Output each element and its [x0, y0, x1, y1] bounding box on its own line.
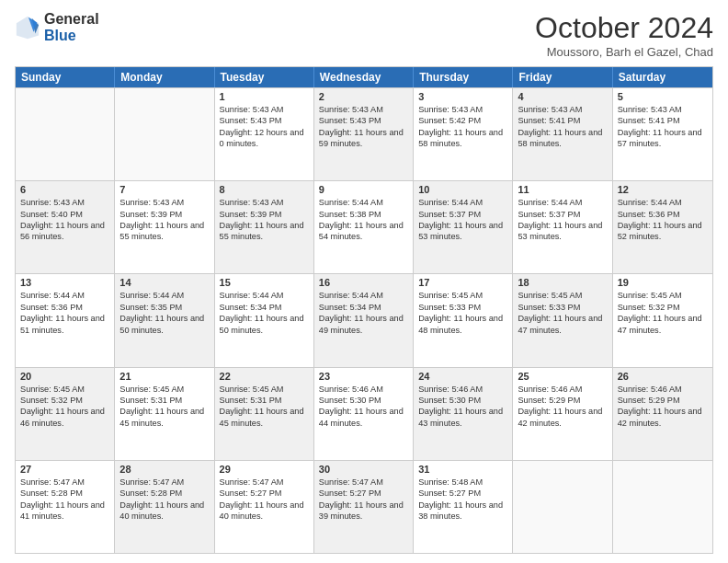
logo-text: General Blue: [44, 11, 99, 43]
day-number: 8: [220, 184, 309, 195]
calendar-row-2: 6Sunrise: 5:43 AMSunset: 5:40 PMDaylight…: [16, 180, 712, 273]
sunrise-text: Sunrise: 5:45 AM: [418, 290, 507, 301]
sunset-text: Sunset: 5:38 PM: [319, 209, 408, 220]
daylight-text: Daylight: 11 hours and 47 minutes.: [618, 313, 708, 336]
day-number: 1: [220, 91, 309, 102]
calendar-cell: 18Sunrise: 5:45 AMSunset: 5:33 PMDayligh…: [513, 274, 612, 366]
calendar-cell: 1Sunrise: 5:43 AMSunset: 5:43 PMDaylight…: [215, 88, 314, 180]
sunset-text: Sunset: 5:40 PM: [20, 209, 109, 220]
daylight-text: Daylight: 11 hours and 41 minutes.: [20, 500, 109, 523]
daylight-text: Daylight: 11 hours and 53 minutes.: [518, 220, 607, 243]
calendar-body: 1Sunrise: 5:43 AMSunset: 5:43 PMDaylight…: [16, 87, 712, 553]
daylight-text: Daylight: 11 hours and 54 minutes.: [319, 220, 408, 243]
sunrise-text: Sunrise: 5:46 AM: [618, 384, 708, 395]
sunrise-text: Sunrise: 5:45 AM: [119, 384, 209, 395]
calendar-cell: 7Sunrise: 5:43 AMSunset: 5:39 PMDaylight…: [115, 181, 214, 273]
daylight-text: Daylight: 11 hours and 55 minutes.: [220, 220, 309, 243]
sunset-text: Sunset: 5:39 PM: [119, 209, 209, 220]
daylight-text: Daylight: 11 hours and 39 minutes.: [319, 500, 408, 523]
day-number: 28: [119, 464, 209, 475]
sunset-text: Sunset: 5:27 PM: [220, 488, 309, 499]
header: General Blue October 2024 Moussoro, Barh…: [15, 11, 713, 59]
sunset-text: Sunset: 5:36 PM: [618, 209, 708, 220]
sunrise-text: Sunrise: 5:43 AM: [618, 104, 708, 115]
sunrise-text: Sunrise: 5:47 AM: [20, 477, 109, 488]
sunrise-text: Sunrise: 5:45 AM: [20, 384, 109, 395]
daylight-text: Daylight: 11 hours and 47 minutes.: [518, 313, 607, 336]
daylight-text: Daylight: 11 hours and 59 minutes.: [319, 127, 408, 150]
sunset-text: Sunset: 5:27 PM: [418, 488, 507, 499]
sunrise-text: Sunrise: 5:43 AM: [418, 104, 507, 115]
daylight-text: Daylight: 11 hours and 40 minutes.: [119, 500, 209, 523]
calendar-row-5: 27Sunrise: 5:47 AMSunset: 5:28 PMDayligh…: [16, 460, 712, 553]
daylight-text: Daylight: 12 hours and 0 minutes.: [220, 127, 309, 150]
calendar-row-3: 13Sunrise: 5:44 AMSunset: 5:36 PMDayligh…: [16, 273, 712, 366]
calendar-cell: 11Sunrise: 5:44 AMSunset: 5:37 PMDayligh…: [513, 181, 612, 273]
calendar-cell: 29Sunrise: 5:47 AMSunset: 5:27 PMDayligh…: [215, 461, 314, 553]
day-number: 15: [220, 277, 309, 288]
day-number: 25: [518, 371, 607, 382]
sunrise-text: Sunrise: 5:43 AM: [220, 197, 309, 208]
daylight-text: Daylight: 11 hours and 50 minutes.: [220, 313, 309, 336]
daylight-text: Daylight: 11 hours and 49 minutes.: [319, 313, 408, 336]
calendar-cell: 13Sunrise: 5:44 AMSunset: 5:36 PMDayligh…: [16, 274, 115, 366]
calendar-cell: [16, 88, 115, 180]
month-title: October 2024: [535, 11, 713, 45]
daylight-text: Daylight: 11 hours and 52 minutes.: [618, 220, 708, 243]
sunset-text: Sunset: 5:37 PM: [418, 209, 507, 220]
day-number: 5: [618, 91, 708, 102]
calendar-cell: 20Sunrise: 5:45 AMSunset: 5:32 PMDayligh…: [16, 368, 115, 460]
header-day-thursday: Thursday: [414, 67, 513, 87]
calendar-cell: 17Sunrise: 5:45 AMSunset: 5:33 PMDayligh…: [414, 274, 513, 366]
sunset-text: Sunset: 5:29 PM: [618, 395, 708, 406]
calendar-row-1: 1Sunrise: 5:43 AMSunset: 5:43 PMDaylight…: [16, 87, 712, 180]
day-number: 29: [220, 464, 309, 475]
calendar-cell: 23Sunrise: 5:46 AMSunset: 5:30 PMDayligh…: [314, 368, 414, 460]
daylight-text: Daylight: 11 hours and 43 minutes.: [418, 406, 507, 429]
calendar-cell: 2Sunrise: 5:43 AMSunset: 5:43 PMDaylight…: [314, 88, 414, 180]
sunset-text: Sunset: 5:32 PM: [20, 395, 109, 406]
calendar-cell: 9Sunrise: 5:44 AMSunset: 5:38 PMDaylight…: [314, 181, 414, 273]
day-number: 23: [319, 371, 408, 382]
sunrise-text: Sunrise: 5:44 AM: [220, 290, 309, 301]
sunrise-text: Sunrise: 5:44 AM: [119, 290, 209, 301]
calendar-cell: 19Sunrise: 5:45 AMSunset: 5:32 PMDayligh…: [613, 274, 712, 366]
daylight-text: Daylight: 11 hours and 55 minutes.: [119, 220, 209, 243]
calendar-cell: 27Sunrise: 5:47 AMSunset: 5:28 PMDayligh…: [16, 461, 115, 553]
sunrise-text: Sunrise: 5:44 AM: [418, 197, 507, 208]
daylight-text: Daylight: 11 hours and 42 minutes.: [618, 406, 708, 429]
calendar-cell: 21Sunrise: 5:45 AMSunset: 5:31 PMDayligh…: [115, 368, 214, 460]
sunset-text: Sunset: 5:30 PM: [418, 395, 507, 406]
calendar-row-4: 20Sunrise: 5:45 AMSunset: 5:32 PMDayligh…: [16, 367, 712, 460]
day-number: 6: [20, 184, 109, 195]
sunset-text: Sunset: 5:34 PM: [220, 302, 309, 313]
sunset-text: Sunset: 5:28 PM: [119, 488, 209, 499]
daylight-text: Daylight: 11 hours and 40 minutes.: [220, 500, 309, 523]
page: General Blue October 2024 Moussoro, Barh…: [0, 0, 728, 563]
day-number: 26: [618, 371, 708, 382]
header-day-friday: Friday: [513, 67, 612, 87]
calendar-cell: 31Sunrise: 5:48 AMSunset: 5:27 PMDayligh…: [414, 461, 513, 553]
daylight-text: Daylight: 11 hours and 45 minutes.: [119, 406, 209, 429]
day-number: 2: [319, 91, 408, 102]
sunset-text: Sunset: 5:41 PM: [518, 115, 607, 126]
calendar-cell: 8Sunrise: 5:43 AMSunset: 5:39 PMDaylight…: [215, 181, 314, 273]
calendar-cell: 4Sunrise: 5:43 AMSunset: 5:41 PMDaylight…: [513, 88, 612, 180]
day-number: 17: [418, 277, 507, 288]
sunrise-text: Sunrise: 5:44 AM: [20, 290, 109, 301]
calendar-cell: 16Sunrise: 5:44 AMSunset: 5:34 PMDayligh…: [314, 274, 414, 366]
sunset-text: Sunset: 5:42 PM: [418, 115, 507, 126]
sunset-text: Sunset: 5:29 PM: [518, 395, 607, 406]
calendar-cell: 14Sunrise: 5:44 AMSunset: 5:35 PMDayligh…: [115, 274, 214, 366]
sunrise-text: Sunrise: 5:43 AM: [319, 104, 408, 115]
calendar-cell: 28Sunrise: 5:47 AMSunset: 5:28 PMDayligh…: [115, 461, 214, 553]
sunrise-text: Sunrise: 5:44 AM: [518, 197, 607, 208]
sunrise-text: Sunrise: 5:45 AM: [618, 290, 708, 301]
title-block: October 2024 Moussoro, Barh el Gazel, Ch…: [535, 11, 713, 59]
sunrise-text: Sunrise: 5:48 AM: [418, 477, 507, 488]
day-number: 4: [518, 91, 607, 102]
header-day-saturday: Saturday: [613, 67, 712, 87]
day-number: 18: [518, 277, 607, 288]
sunrise-text: Sunrise: 5:45 AM: [220, 384, 309, 395]
daylight-text: Daylight: 11 hours and 44 minutes.: [319, 406, 408, 429]
